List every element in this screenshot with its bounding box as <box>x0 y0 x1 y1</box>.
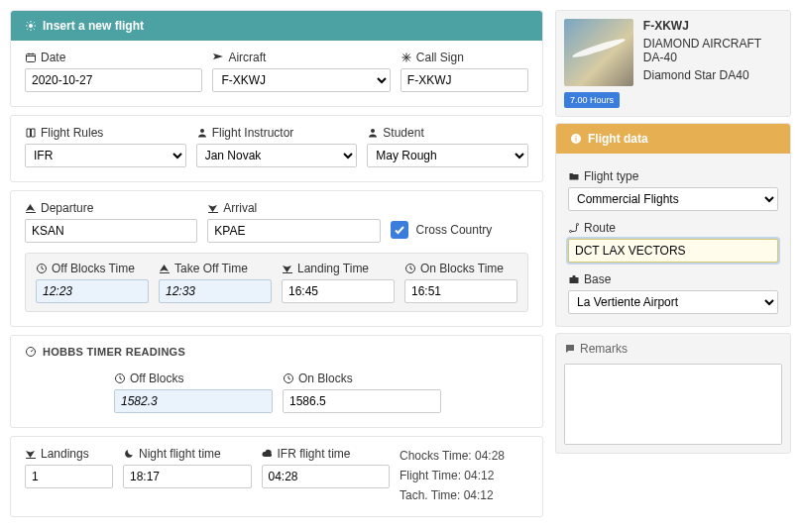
chocks-time-value: Chocks Time: 04:28 <box>400 449 528 463</box>
comment-icon <box>564 343 576 355</box>
take-off-time-label: Take Off Time <box>174 262 248 275</box>
arrival-input[interactable] <box>207 219 380 243</box>
briefcase-icon <box>568 273 580 285</box>
flight-data-header: Flight data <box>556 124 790 154</box>
svg-point-34 <box>577 224 579 226</box>
student-select[interactable]: May Rough <box>367 144 528 167</box>
times-block: Off Blocks Time Take Off Time Landing Ti… <box>25 253 528 312</box>
flight-data-title: Flight data <box>588 132 648 146</box>
departure-label: Departure <box>41 201 93 215</box>
call-sign-label: Call Sign <box>416 51 464 64</box>
on-blocks-time-label: On Blocks Time <box>420 262 504 275</box>
aircraft-registration: F-XKWJ <box>643 19 782 33</box>
clock-icon <box>404 263 416 274</box>
svg-rect-23 <box>283 272 292 273</box>
departure-input[interactable] <box>25 219 197 243</box>
landing-time-label: Landing Time <box>297 262 369 275</box>
route-times-card: Departure Arrival Cross Country <box>10 190 543 327</box>
svg-point-17 <box>200 129 204 133</box>
plane-arrival-icon <box>282 263 293 274</box>
flight-type-label: Flight type <box>584 169 638 183</box>
route-icon <box>568 222 580 234</box>
flight-rules-select[interactable]: IFR <box>25 144 186 167</box>
insert-flight-title: Insert a new flight <box>43 19 144 33</box>
svg-rect-31 <box>576 138 577 142</box>
landings-input[interactable] <box>25 465 113 488</box>
svg-line-7 <box>27 29 28 30</box>
svg-rect-32 <box>576 136 577 137</box>
aircraft-select[interactable]: F-XKWJ <box>212 68 390 92</box>
ifr-time-input[interactable] <box>262 465 390 488</box>
svg-point-0 <box>29 24 33 28</box>
svg-point-33 <box>570 231 572 233</box>
book-icon <box>25 127 37 139</box>
flight-rules-label: Flight Rules <box>41 126 103 140</box>
clock-icon <box>36 263 48 274</box>
user-icon <box>196 127 208 139</box>
aircraft-label: Aircraft <box>228 51 266 64</box>
landings-label: Landings <box>41 447 89 461</box>
plane-departure-icon <box>25 202 37 214</box>
base-label: Base <box>584 272 611 286</box>
arrival-label: Arrival <box>223 201 257 215</box>
svg-rect-29 <box>26 458 36 459</box>
svg-rect-19 <box>26 212 36 213</box>
calendar-icon <box>25 52 37 63</box>
sun-icon <box>25 20 37 32</box>
plane-icon <box>212 52 224 63</box>
call-sign-input[interactable] <box>400 68 528 92</box>
svg-line-26 <box>31 350 34 352</box>
hours-badge: 7.00 Hours <box>564 92 620 108</box>
hobbs-card: HOBBS TIMER READINGS Off Blocks On Block… <box>10 335 543 428</box>
hobbs-on-blocks-input[interactable] <box>283 389 441 413</box>
take-off-time-input[interactable] <box>159 279 272 303</box>
insert-flight-card: Insert a new flight Date Aircraft <box>10 10 543 107</box>
remarks-panel: Remarks <box>555 333 791 454</box>
svg-line-8 <box>34 22 35 23</box>
clock-icon <box>114 372 126 384</box>
off-blocks-label: Off Blocks <box>130 372 183 385</box>
night-time-input[interactable] <box>123 465 251 488</box>
route-input[interactable] <box>568 239 778 263</box>
gauge-icon <box>25 346 37 358</box>
plane-arrival-icon <box>207 202 219 214</box>
svg-rect-22 <box>160 272 170 273</box>
info-icon <box>570 133 582 145</box>
cross-country-label: Cross Country <box>416 223 493 237</box>
hobbs-section-label: HOBBS TIMER READINGS <box>43 346 185 358</box>
tach-time-value: Tach. Time: 04:12 <box>400 488 528 502</box>
user-icon <box>367 127 379 139</box>
aircraft-panel: F-XKWJ DIAMOND AIRCRAFT DA-40 Diamond St… <box>555 10 791 117</box>
date-input[interactable] <box>25 68 202 92</box>
computed-times: Chocks Time: 04:28 Flight Time: 04:12 Ta… <box>400 447 528 502</box>
off-blocks-time-label: Off Blocks Time <box>52 262 135 275</box>
summary-card: Landings Night flight time IFR flight ti… <box>10 436 543 517</box>
off-blocks-time-input[interactable] <box>36 279 149 303</box>
cross-country-checkbox[interactable] <box>391 221 408 239</box>
date-label: Date <box>41 51 65 64</box>
plane-departure-icon <box>159 263 171 274</box>
landing-time-input[interactable] <box>282 279 395 303</box>
rules-card: Flight Rules IFR Flight Instructor Jan N… <box>10 115 543 182</box>
svg-line-5 <box>27 22 28 23</box>
flight-instructor-select[interactable]: Jan Novak <box>196 144 358 167</box>
aircraft-image <box>564 19 633 86</box>
plane-arrival-icon <box>25 448 37 460</box>
night-time-label: Night flight time <box>139 447 221 461</box>
flight-data-card: Flight data Flight type Commercial Fligh… <box>555 123 791 327</box>
base-select[interactable]: La Vertiente Airport <box>568 290 778 314</box>
svg-line-6 <box>34 29 35 30</box>
cloud-icon <box>262 448 274 460</box>
aircraft-type-line2: Diamond Star DA40 <box>643 68 782 82</box>
clock-icon <box>283 372 294 384</box>
flight-type-select[interactable]: Commercial Flights <box>568 187 778 211</box>
remarks-textarea[interactable] <box>564 364 782 445</box>
student-label: Student <box>383 126 423 140</box>
route-label: Route <box>584 221 616 235</box>
svg-rect-20 <box>208 212 218 213</box>
aircraft-type-line1: DIAMOND AIRCRAFT DA-40 <box>643 37 782 64</box>
flight-instructor-label: Flight Instructor <box>212 126 294 140</box>
svg-rect-35 <box>570 277 579 283</box>
on-blocks-time-input[interactable] <box>404 279 517 303</box>
hobbs-off-blocks-input[interactable] <box>114 389 273 413</box>
